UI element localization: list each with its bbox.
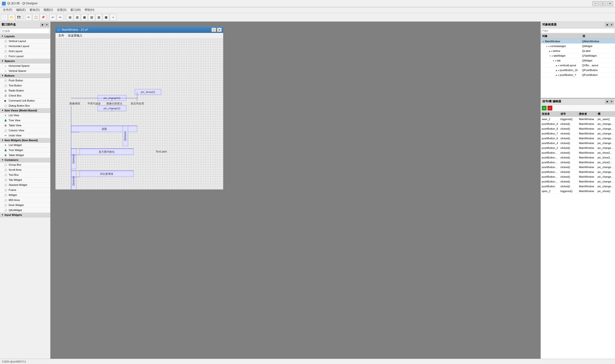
signal-row[interactable]: pushButton_15 clicked() MainWindow pic_s… — [541, 160, 615, 165]
widget-item-widget[interactable]: ⬜Widget — [0, 193, 50, 198]
designer-canvas[interactable]: 图像增强平滑与滤波图像分割算法形态学处理pic_change1()pic_cha… — [55, 39, 223, 189]
signal-row[interactable]: pushButton_4 clicked() MainWindow pic_ch… — [541, 141, 615, 145]
category-buttons[interactable]: ▼Buttons — [0, 74, 50, 78]
canvas-widget-3[interactable]: 形态学处理 — [128, 101, 147, 106]
menu-item-6[interactable]: 帮助(H) — [83, 7, 96, 13]
signal-float-button[interactable]: ◈ — [605, 100, 609, 104]
toolbar-btn-layout3[interactable]: ▦ — [81, 14, 88, 21]
widget-item-table-widget[interactable]: ⊞Table Widget — [0, 153, 50, 158]
designer-menu-item-0[interactable]: 文件 — [56, 33, 66, 38]
canvas-widget-4[interactable]: pic_change1() — [97, 95, 126, 101]
toolbar-btn-copy[interactable]: 📋 — [32, 14, 39, 21]
toolbar-btn-undo[interactable]: ↩ — [50, 14, 56, 21]
canvas-widget-1[interactable]: 平滑与滤波 — [84, 101, 104, 106]
category-item-widgets-(item-based)[interactable]: ▼Item Widgets (Item-Based) — [0, 138, 50, 143]
widget-item-column-view[interactable]: ⬜Column View — [0, 128, 50, 133]
signal-row[interactable]: pushButton_7 clicked() MainWindow pic_ch… — [541, 131, 615, 136]
tree-row[interactable]: ▼ MainWindow QMainWindow — [541, 39, 615, 44]
inspector-float-button[interactable]: ◈ — [605, 23, 609, 27]
widget-item-qaxwidget[interactable]: ⬜QAxWidget — [0, 208, 50, 213]
tree-row[interactable]: ▶ ■ verticalLayout QVBo…ayout — [541, 63, 615, 68]
tree-row[interactable]: ▼ ■ centralwidget QWidget — [541, 44, 615, 49]
canvas-widget-2[interactable]: 图像分割算法 — [104, 101, 125, 106]
designer-menu-item-1[interactable]: 在这里输入 — [66, 33, 84, 38]
toolbar-btn-layout2[interactable]: ▥ — [74, 14, 80, 21]
canvas-widget-8[interactable]: clicked() — [123, 126, 128, 146]
signal-add-button[interactable]: + — [542, 106, 547, 110]
tree-row[interactable]: ▶ ■ pushButton_? QPushButton — [541, 73, 615, 77]
toolbar-btn-new[interactable]: 📄 — [1, 14, 8, 21]
menu-item-1[interactable]: 编辑(E) — [14, 7, 28, 13]
widget-item-undo-view[interactable]: ↩Undo View — [0, 133, 50, 138]
canvas-widget-6[interactable]: pic_show2() — [135, 89, 161, 95]
tree-row[interactable]: ▶ ■ pushButton_16 QPushButton — [541, 68, 615, 73]
widget-item-tool-button[interactable]: ⬜Tool Button — [0, 83, 50, 88]
tree-row[interactable]: ▼ ■ tab QWidget — [541, 58, 615, 63]
inspector-close-button[interactable]: ✕ — [610, 23, 614, 27]
toolbar-btn-cut[interactable]: ✂ — [25, 14, 32, 21]
category-input-widgets[interactable]: ▼Input Widgets — [0, 213, 50, 217]
panel-close-button[interactable]: ✕ — [45, 23, 49, 27]
canvas-widget-5[interactable]: pic_change2() — [97, 105, 126, 111]
menu-item-2[interactable]: 窗体(O) — [28, 7, 41, 13]
canvas-widget-11[interactable]: 对比度增强 — [80, 171, 134, 177]
widget-item-frame[interactable]: ⬜Frame — [0, 188, 50, 193]
signal-row[interactable]: pushButton clicked() MainWindow pic_chan… — [541, 184, 615, 189]
widget-item-horizontal-layout[interactable]: ⬜Horizontal Layout — [0, 44, 50, 49]
close-button[interactable]: ✕ — [607, 1, 613, 6]
tree-row[interactable]: ▶ ■ befow QLabel — [541, 49, 615, 53]
category-containers[interactable]: ▼Containers — [0, 158, 50, 162]
widget-item-tree-view[interactable]: 🌲Tree View — [0, 118, 50, 123]
widget-item-table-view[interactable]: ⊞Table View — [0, 123, 50, 128]
signal-row[interactable]: pushButton_6 clicked() MainWindow pic_ch… — [541, 136, 615, 141]
toolbar-btn-layout1[interactable]: ▤ — [67, 14, 73, 21]
canvas-widget-0[interactable]: 图像增强 — [65, 101, 84, 106]
widget-item-dock-widget[interactable]: ⬜Dock Widget — [0, 203, 50, 208]
toolbar-btn-layout5[interactable]: ▨ — [95, 14, 102, 21]
category-spacers[interactable]: ▼Spacers — [0, 59, 50, 63]
canvas-widget-13[interactable]: TextLabel — [150, 149, 172, 154]
inspector-filter-input[interactable] — [541, 28, 615, 33]
panel-float-button[interactable]: ◈ — [40, 23, 44, 27]
category-layouts[interactable]: ▼Layouts — [0, 34, 50, 39]
toolbar-btn-layout4[interactable]: ▧ — [88, 14, 95, 21]
signal-row[interactable]: pushButton_2 clicked() MainWindow pic_ch… — [541, 145, 615, 150]
filter-input[interactable] — [1, 28, 49, 34]
canvas-widget-12[interactable]: clicked() — [71, 171, 76, 189]
widget-item-tree-widget[interactable]: 🌲Tree Widget — [0, 148, 50, 153]
widget-item-push-button[interactable]: ⬜Push Button — [0, 78, 50, 83]
canvas-widget-9[interactable]: 直方图均衡化 — [80, 149, 134, 155]
designer-minimize[interactable]: ─ — [211, 28, 216, 32]
toolbar-btn-layout7[interactable]: ▪ — [110, 14, 117, 21]
widget-item-horizontal-spacer[interactable]: ↔Horizontal Spacer — [0, 63, 50, 68]
widget-item-check-box[interactable]: ☑Check Box — [0, 93, 50, 98]
toolbar-btn-save[interactable]: 💾 — [15, 14, 22, 21]
signal-row[interactable]: pushButton_13 clicked() MainWindow pic_c… — [541, 165, 615, 169]
widget-item-vertical-layout[interactable]: ⬜Vertical Layout — [0, 39, 50, 44]
signal-row[interactable]: pushButton_12 clicked() MainWindow pic_c… — [541, 169, 615, 174]
toolbar-btn-layout6[interactable]: ▩ — [103, 14, 109, 21]
widget-item-stacked-widget[interactable]: ⬜Stacked Widget — [0, 182, 50, 188]
signal-row[interactable]: pushButton_11 clicked() MainWindow pic_c… — [541, 174, 615, 179]
signal-row[interactable]: pushButton_17 clicked() MainWindow pic_s… — [541, 150, 615, 155]
signal-row[interactable]: pushButton_10 clicked() MainWindow pic_c… — [541, 179, 615, 184]
menu-item-3[interactable]: 视图(V) — [41, 7, 55, 13]
signal-row[interactable]: open_2 triggered() MainWindow pic_show() — [541, 189, 615, 194]
minimize-button[interactable]: ─ — [592, 1, 599, 6]
widget-item-radio-button[interactable]: ◎Radio Button — [0, 88, 50, 93]
tree-row[interactable]: ▼ ■ tabWidget QTabWidget — [541, 53, 615, 58]
signal-remove-button[interactable]: － — [548, 106, 552, 110]
menu-item-4[interactable]: 设置(S) — [55, 7, 68, 13]
menu-item-0[interactable]: 文件(F) — [1, 7, 14, 13]
widget-item-list-widget[interactable]: ≡List Widget — [0, 143, 50, 148]
widget-item-scroll-area[interactable]: ⬜Scroll Area — [0, 167, 50, 172]
widget-item-vertical-spacer[interactable]: ↕Vertical Spacer — [0, 68, 50, 74]
toolbar-btn-redo[interactable]: ↪ — [57, 14, 63, 21]
widget-item-tab-widget[interactable]: ⬜Tab Widget — [0, 177, 50, 182]
signal-row[interactable]: save_2 triggered() MainWindow pic_save() — [541, 117, 615, 121]
widget-item-list-view[interactable]: ≡List View — [0, 113, 50, 118]
toolbar-btn-paste[interactable]: 📌 — [40, 14, 46, 21]
signal-row[interactable]: pushButton_16 clicked() MainWindow pic_s… — [541, 155, 615, 160]
category-item-views-(model-based)[interactable]: ▼Item Views (Model-Based) — [0, 108, 50, 113]
widget-item-tool-box[interactable]: ⬜Tool Box — [0, 172, 50, 177]
